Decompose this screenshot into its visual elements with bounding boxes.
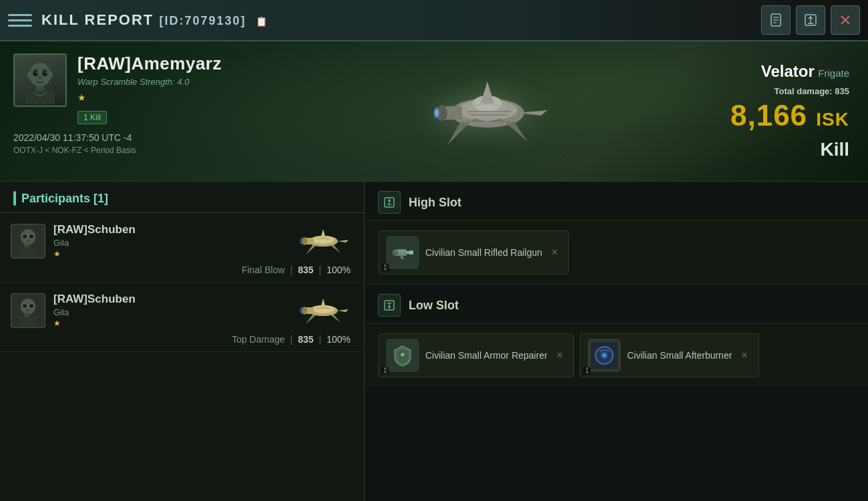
slot-item-railgun[interactable]: 1 <box>378 230 569 275</box>
report-button[interactable] <box>761 5 791 35</box>
railgun-svg <box>389 239 416 266</box>
hero-right: Velator Frigate Total damage: 835 8,166 … <box>694 41 868 181</box>
railgun-name: Civilian Small Rifled Railgun <box>425 246 542 259</box>
hero-left: [RAW]Amemyarz Warp Scramble Strength: 4.… <box>0 41 267 181</box>
header-actions <box>761 5 860 35</box>
avatar-face <box>15 55 65 106</box>
pct-1: 100% <box>327 265 351 275</box>
svg-marker-74 <box>320 299 326 308</box>
participant-stats-2: Top Damage | 835 | 100% <box>11 334 353 345</box>
participant-avatar-2 <box>11 293 45 328</box>
location: OOTX-J < NOK-FZ < Period Basis <box>13 146 254 155</box>
damage-text: Total damage: <box>775 86 833 96</box>
svg-marker-31 <box>481 81 494 104</box>
participant-card-1[interactable]: [RAW]Schuben Gila ★ <box>0 213 364 283</box>
hero-meta: 2022/04/30 11:37:50 UTC -4 OOTX-J < NOK-… <box>13 132 254 155</box>
svg-rect-38 <box>19 247 37 257</box>
svg-rect-58 <box>19 317 37 327</box>
report-id: [ID:7079130] <box>159 14 246 27</box>
participant-avatar-1 <box>11 224 45 259</box>
participant-card-2[interactable]: [RAW]Schuben Gila ★ <box>0 283 364 352</box>
svg-point-19 <box>27 71 31 78</box>
svg-point-9 <box>29 63 51 87</box>
ship-name: Velator <box>761 62 815 80</box>
pilot-avatar <box>13 53 67 107</box>
ship-class: Velator Frigate <box>761 62 849 81</box>
blow-type-2: Top Damage <box>232 334 284 345</box>
isk-number: 8,166 <box>730 99 807 132</box>
datetime: 2022/04/30 11:37:50 UTC -4 <box>13 132 254 143</box>
afterburner-name: Civilian Small Afterburner <box>627 349 732 361</box>
participant-name-1: [RAW]Schuben <box>53 223 285 236</box>
gila-ship-svg-2 <box>294 293 353 328</box>
copy-icon[interactable]: 📋 <box>256 16 268 27</box>
hero-section: [RAW]Amemyarz Warp Scramble Strength: 4.… <box>0 41 868 182</box>
document-icon <box>769 13 783 27</box>
export-button[interactable] <box>796 5 825 35</box>
menu-icon[interactable] <box>8 8 32 32</box>
participants-panel: Participants [1] <box>0 182 365 501</box>
high-slot-items: 1 <box>365 221 868 284</box>
svg-point-16 <box>36 72 37 73</box>
svg-point-96 <box>602 353 606 357</box>
high-slot-svg <box>383 196 396 209</box>
slot-item-armor-repairer[interactable]: 1 Civilian Small Armor <box>378 333 574 377</box>
slots-panel: High Slot 1 <box>365 182 868 501</box>
svg-marker-68 <box>338 309 349 312</box>
participant-name-area-1: [RAW]Schuben Gila ★ <box>53 223 285 259</box>
hero-ship <box>267 41 694 181</box>
armor-repairer-name: Civilian Small Armor Repairer <box>425 349 548 361</box>
svg-point-41 <box>25 235 27 237</box>
svg-rect-91 <box>402 353 403 357</box>
export-icon <box>803 13 818 27</box>
low-slot-header: Low Slot <box>365 285 868 324</box>
damage-1: 835 <box>298 265 313 275</box>
participant-stats-1: Final Blow | 835 | 100% <box>11 265 353 275</box>
kill-report-label: KILL REPORT <box>41 11 154 28</box>
participant-star-1: ★ <box>53 249 285 259</box>
header-bar-accent <box>13 191 16 206</box>
slot-item-afterburner[interactable]: 1 Civil <box>580 333 759 377</box>
svg-point-17 <box>45 72 47 73</box>
close-button[interactable] <box>831 5 860 35</box>
blow-type-1: Final Blow <box>242 265 285 275</box>
body-area: Participants [1] <box>0 182 868 501</box>
participants-header: Participants [1] <box>0 182 364 213</box>
damage-2: 835 <box>298 334 313 345</box>
ship-silhouette <box>394 58 568 165</box>
armor-repairer-svg <box>389 342 416 369</box>
svg-rect-82 <box>409 251 413 255</box>
svg-point-28 <box>435 109 439 117</box>
armor-repairer-icon <box>387 339 419 371</box>
pilot-name: [RAW]Amemyarz <box>77 53 222 74</box>
railgun-close-button[interactable]: × <box>549 245 560 260</box>
participant-ship-1 <box>293 222 353 259</box>
header: KILL REPORT [ID:7079130] 📋 <box>0 0 868 41</box>
high-slot-icon <box>378 191 401 214</box>
pilot-row: [RAW]Amemyarz Warp Scramble Strength: 4.… <box>13 53 254 124</box>
pct-2: 100% <box>327 334 351 345</box>
svg-point-42 <box>31 235 33 237</box>
participant-name-2: [RAW]Schuben <box>53 293 285 306</box>
svg-point-71 <box>300 307 304 314</box>
isk-display: 8,166 ISK <box>730 99 849 132</box>
svg-point-20 <box>49 71 53 78</box>
low-slot-icon <box>378 294 401 317</box>
armor-close-button[interactable]: × <box>554 348 566 363</box>
participant-top-1: [RAW]Schuben Gila ★ <box>11 222 353 259</box>
gila-ship-svg-1 <box>294 224 353 259</box>
participant-corp-1: Gila <box>53 238 285 248</box>
participant-star-2: ★ <box>53 319 285 328</box>
participants-title: Participants [1] <box>21 192 108 206</box>
isk-label: ISK <box>816 109 849 130</box>
railgun-icon <box>387 236 419 269</box>
svg-point-62 <box>31 305 33 307</box>
low-slot-section: Low Slot 1 <box>365 285 868 387</box>
armor-qty: 1 <box>381 367 389 374</box>
svg-point-51 <box>300 238 304 244</box>
afterburner-close-button[interactable]: × <box>738 348 750 363</box>
low-slot-title: Low Slot <box>409 299 459 313</box>
high-slot-title: High Slot <box>409 196 461 210</box>
afterburner-icon <box>588 339 620 371</box>
svg-marker-48 <box>338 240 349 242</box>
